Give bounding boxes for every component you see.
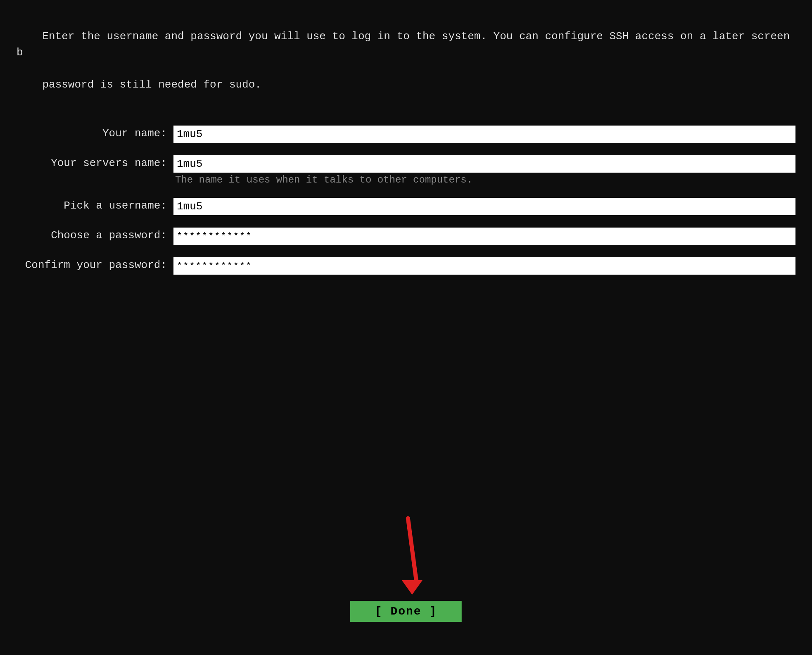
label-servers-name: Your servers name:	[25, 155, 173, 169]
input-your-name[interactable]	[173, 126, 795, 143]
form-row-password: Choose a password:	[25, 228, 795, 245]
form-container: Your name: Your servers name: The name i…	[17, 126, 795, 275]
form-row-confirm-password: Confirm your password:	[25, 257, 795, 275]
input-username[interactable]	[173, 198, 795, 215]
field-wrapper-confirm-password	[173, 257, 795, 275]
field-wrapper-servers-name: The name it uses when it talks to other …	[173, 155, 795, 185]
field-wrapper-username	[173, 198, 795, 215]
svg-line-0	[408, 518, 416, 580]
instructions-text: Enter the username and password you will…	[17, 12, 795, 109]
field-wrapper-password	[173, 228, 795, 245]
svg-marker-1	[402, 580, 423, 595]
input-servers-name[interactable]	[173, 155, 795, 173]
arrow-container	[381, 514, 431, 597]
label-username: Pick a username:	[25, 198, 173, 212]
label-your-name: Your name:	[25, 126, 173, 140]
input-password[interactable]	[173, 228, 795, 245]
label-confirm-password: Confirm your password:	[25, 257, 173, 271]
done-button[interactable]: [ Done ]	[350, 601, 462, 622]
form-row-your-name: Your name:	[25, 126, 795, 143]
field-wrapper-your-name	[173, 126, 795, 143]
hint-servers-name: The name it uses when it talks to other …	[173, 173, 795, 185]
form-row-servers-name: Your servers name: The name it uses when…	[25, 155, 795, 185]
input-confirm-password[interactable]	[173, 257, 795, 275]
form-row-username: Pick a username:	[25, 198, 795, 215]
down-arrow-icon	[381, 514, 431, 597]
button-area: [ Done ]	[350, 514, 462, 622]
label-password: Choose a password:	[25, 228, 173, 242]
terminal-window: Enter the username and password you will…	[0, 0, 812, 655]
